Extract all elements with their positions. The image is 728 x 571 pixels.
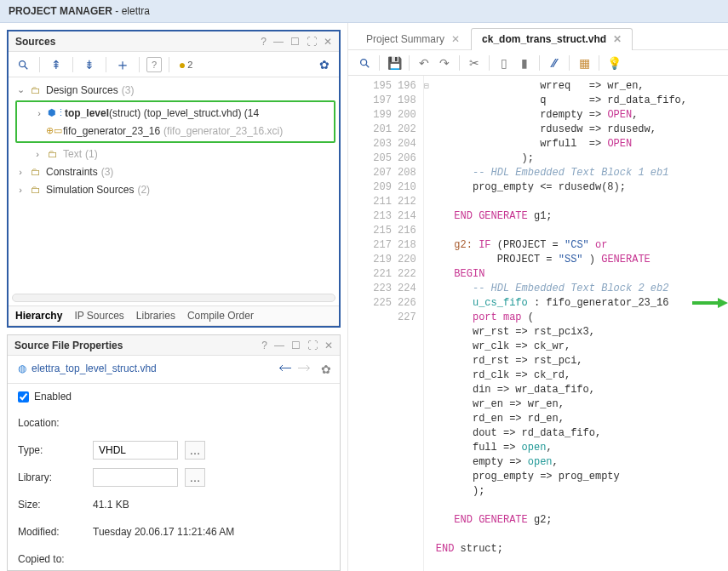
redo-icon[interactable]: ↷ (435, 54, 454, 72)
tree-label: fifo_generator_23_16 (63, 125, 160, 137)
add-source-icon[interactable]: ＋ (113, 55, 132, 74)
folder-icon: 🗀 (29, 166, 43, 178)
save-icon[interactable]: 💾 (385, 54, 404, 72)
svg-point-0 (20, 60, 26, 66)
copied-label: Copied to: (18, 553, 86, 565)
titlebar-prefix: PROJECT MANAGER (9, 5, 112, 17)
lightbulb-icon[interactable]: 💡 (605, 54, 623, 72)
tree-design-sources[interactable]: ⌄ 🗀 Design Sources (3) (15, 81, 339, 99)
tab-compile-order[interactable]: Compile Order (187, 310, 254, 322)
prev-file-icon[interactable]: 🡐 (278, 361, 292, 376)
location-label: Location: (18, 417, 86, 429)
tree-sub: (fifo_generator_23_16.xci) (163, 125, 283, 137)
expand-all-icon[interactable]: ⇟ (80, 55, 99, 74)
maximize-icon[interactable]: ☐ (290, 36, 300, 48)
copy-icon[interactable]: ▯ (495, 54, 513, 72)
title-bar: PROJECT MANAGER - elettra (0, 0, 728, 23)
library-input[interactable] (93, 468, 178, 487)
enabled-checkbox[interactable]: Enabled (18, 391, 330, 403)
folder-icon: 🗀 (29, 84, 43, 96)
tab-vhd-file[interactable]: ck_dom_trans_struct.vhd ✕ (471, 28, 633, 50)
tree-label: Constraints (46, 166, 98, 178)
code-editor[interactable]: 195 196 197 198 199 200 201 202 203 204 … (348, 76, 728, 571)
collapse-all-icon[interactable]: ⇞ (47, 55, 66, 74)
library-browse-button[interactable]: … (185, 468, 205, 487)
tab-libraries[interactable]: Libraries (136, 310, 175, 322)
props-title: Source File Properties (14, 340, 123, 351)
ip-icon: ⊕▭ (46, 125, 60, 137)
tree-label: Design Sources (46, 84, 118, 96)
tree-sim-sources[interactable]: › 🗀 Simulation Sources (2) (15, 180, 339, 198)
comment-icon[interactable]: ∕∕ (545, 54, 564, 72)
tree-label: top_level(struct) (top_level_struct.vhd)… (65, 107, 259, 119)
svg-line-1 (25, 66, 28, 69)
tree-top-level[interactable]: › ⬢⋮ top_level(struct) (top_level_struct… (17, 104, 332, 122)
titlebar-sep: - (112, 5, 122, 17)
tree-count: (2) (137, 184, 150, 196)
restore-icon[interactable]: ⛶ (307, 36, 317, 48)
expand-icon[interactable]: › (32, 149, 43, 159)
close-icon[interactable]: ✕ (324, 340, 333, 351)
help-icon[interactable]: ? (261, 340, 267, 351)
close-icon[interactable]: ✕ (324, 36, 332, 48)
warn-count: 2 (187, 60, 192, 70)
properties-panel: Source File Properties ? — ☐ ⛶ ✕ ◍ elett… (7, 334, 341, 571)
folder-icon: 🗀 (46, 148, 60, 160)
tree-label: Simulation Sources (46, 184, 134, 196)
folder-icon: 🗀 (29, 184, 43, 196)
settings-icon[interactable]: ✿ (315, 55, 334, 74)
editor-panel: Project Summary ✕ ck_dom_trans_struct.vh… (347, 23, 728, 571)
svg-point-2 (361, 59, 367, 65)
paste-icon[interactable]: ▮ (515, 54, 534, 72)
maximize-icon[interactable]: ☐ (291, 340, 301, 351)
expand-icon[interactable]: › (15, 185, 26, 195)
tab-close-icon[interactable]: ✕ (451, 33, 460, 45)
sources-tabs: Hierarchy IP Sources Libraries Compile O… (9, 305, 339, 326)
help-icon[interactable]: ? (261, 36, 267, 48)
sources-title: Sources (15, 36, 55, 48)
cut-icon[interactable]: ✂ (465, 54, 484, 72)
code-body[interactable]: wrreq => wr_en, q => rd_data_fifo, rdemp… (429, 76, 728, 571)
tab-label: Project Summary (366, 33, 444, 45)
tree-constraints[interactable]: › 🗀 Constraints (3) (15, 163, 339, 180)
warnings-icon[interactable]: ●2 (176, 55, 195, 74)
line-gutter: 195 196 197 198 199 200 201 202 203 204 … (348, 76, 424, 571)
sources-panel: Sources ? — ☐ ⛶ ✕ ⇞ ⇟ ＋ ? (7, 30, 341, 328)
props-settings-icon[interactable]: ✿ (321, 363, 331, 376)
size-label: Size: (18, 499, 86, 511)
column-select-icon[interactable]: ▦ (575, 54, 593, 72)
type-input[interactable] (93, 441, 178, 460)
minimize-icon[interactable]: — (274, 340, 284, 351)
expand-icon[interactable]: › (34, 108, 44, 118)
tab-project-summary[interactable]: Project Summary ✕ (355, 28, 471, 50)
tab-close-icon[interactable]: ✕ (613, 33, 622, 45)
search-icon[interactable] (14, 55, 32, 74)
help-box-icon[interactable]: ? (146, 57, 162, 72)
size-value: 41.1 KB (93, 499, 129, 511)
tree-count: (3) (122, 84, 135, 96)
props-filename: elettra_top_level_struct.vhd (32, 363, 157, 374)
next-file-icon[interactable]: 🡒 (297, 361, 311, 376)
tree-text[interactable]: › 🗀 Text (1) (15, 145, 339, 163)
tree-label: Text (63, 148, 82, 160)
tree-fifo-gen[interactable]: ⊕▭ fifo_generator_23_16 (fifo_generator_… (17, 122, 332, 140)
design-sources-highlight: › ⬢⋮ top_level(struct) (top_level_struct… (15, 100, 335, 143)
file-icon: ◍ (18, 363, 26, 374)
titlebar-project: elettra (122, 5, 150, 17)
svg-line-3 (366, 64, 370, 67)
h-scrollbar[interactable] (9, 294, 339, 305)
restore-icon[interactable]: ⛶ (307, 340, 318, 351)
undo-icon[interactable]: ↶ (415, 54, 433, 72)
expand-icon[interactable]: ⌄ (15, 84, 26, 95)
minimize-icon[interactable]: — (273, 36, 284, 48)
search-icon[interactable] (355, 54, 374, 72)
sources-tree: ⌄ 🗀 Design Sources (3) › ⬢⋮ top_level(st… (9, 77, 339, 294)
modified-label: Modified: (18, 526, 86, 538)
tab-ip-sources[interactable]: IP Sources (74, 310, 123, 322)
tree-count: (3) (101, 166, 114, 178)
enabled-input[interactable] (18, 391, 29, 403)
expand-icon[interactable]: › (15, 167, 26, 177)
tree-count: (1) (85, 148, 98, 160)
tab-hierarchy[interactable]: Hierarchy (15, 310, 62, 322)
type-browse-button[interactable]: … (185, 441, 205, 460)
